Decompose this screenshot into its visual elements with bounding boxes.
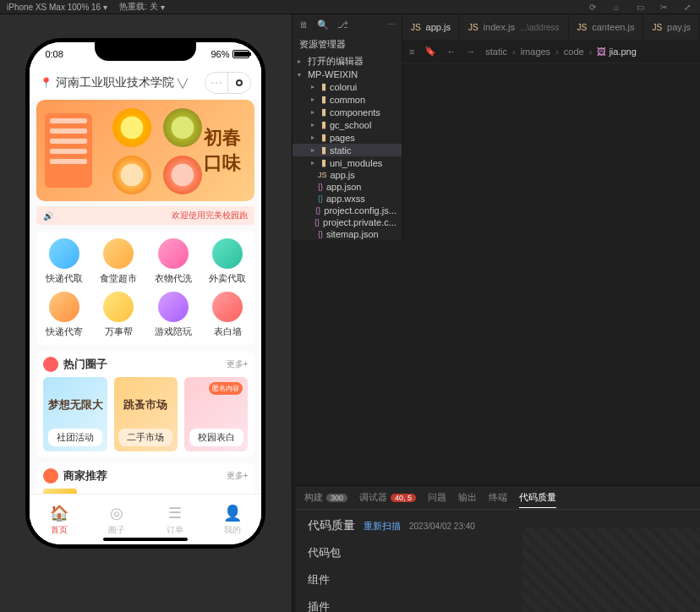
folder-name: gc_school (330, 120, 372, 130)
circle-card[interactable]: 跳蚤市场二手市场 (114, 377, 178, 451)
capsule-menu[interactable]: ⋯ (205, 72, 251, 94)
service-item[interactable]: 衣物代洗 (145, 238, 200, 285)
service-item[interactable]: 快递代取 (36, 238, 91, 285)
service-item[interactable]: 万事帮 (91, 292, 146, 338)
more-link[interactable]: 更多+ (227, 470, 249, 482)
tree-folder[interactable]: ▸▮components (293, 106, 402, 118)
file-name: app.json (326, 182, 362, 192)
tab-problems[interactable]: 问题 (428, 491, 446, 504)
tab-icon: ☰ (168, 504, 182, 522)
breadcrumb-segment[interactable]: static (485, 46, 507, 57)
folder-name: pages (330, 133, 355, 143)
tabbar-item[interactable]: 🏠首页 (30, 495, 88, 544)
chevron-down-icon[interactable]: ╲╱ (178, 79, 188, 88)
app-body[interactable]: 初春 口味 🔊 欢迎使用完美校园跑 快递代取食堂超市衣物代洗外卖代取快递代寄万事… (30, 100, 261, 494)
notice-bar[interactable]: 🔊 欢迎使用完美校园跑 (36, 206, 254, 225)
breadcrumb-segment[interactable]: 🖼 jia.png (597, 46, 636, 57)
card-caption: 二手市场 (118, 429, 172, 446)
tab-terminal[interactable]: 终端 (489, 491, 507, 504)
file-name: project.config.js... (324, 205, 396, 216)
device-selector[interactable]: iPhone XS Max 100% 16 ▾ (7, 3, 107, 12)
tree-file[interactable]: {}project.private.c... (293, 216, 402, 228)
fruit-icon (112, 108, 151, 147)
tab-path: ...\address (520, 23, 560, 32)
tree-folder[interactable]: ▸▮static (293, 144, 402, 156)
more-icon[interactable]: ⋯ (205, 73, 227, 93)
device-icon[interactable]: ▭ (634, 1, 646, 13)
tree-file[interactable]: {}project.config.js... (293, 205, 402, 216)
sound-icon: 🔊 (43, 211, 53, 221)
js-file-icon: JS (318, 171, 327, 179)
home-icon[interactable]: ⌂ (610, 1, 622, 13)
folder-icon: ▮ (321, 132, 326, 143)
editor-tab[interactable]: JSindex.js...\address (460, 14, 569, 40)
editor-tab[interactable]: JSpay.js (643, 14, 700, 40)
rescan-link[interactable]: 重新扫描 (364, 520, 401, 533)
tree-folder[interactable]: ▸▮common (293, 93, 402, 106)
service-label: 游戏陪玩 (155, 325, 192, 338)
tree-file[interactable]: {}app.wxss (293, 193, 402, 205)
tab-build[interactable]: 构建300 (304, 491, 347, 504)
explorer-toolbar: 🗎 🔍 ⎇ ⋯ (293, 14, 402, 35)
services-grid: 快递代取食堂超市衣物代洗外卖代取快递代寄万事帮游戏陪玩表白墙 (36, 232, 254, 345)
tab-debugger[interactable]: 调试器40, 5 (359, 491, 416, 504)
chevron-down-icon: ▾ (161, 3, 165, 12)
file-name: app.wxss (326, 194, 365, 204)
battery-pct: 96% (211, 49, 229, 59)
cut-icon[interactable]: ✂ (658, 1, 670, 13)
page-icon[interactable]: 🗎 (299, 19, 309, 30)
service-item[interactable]: 外卖代取 (200, 238, 255, 285)
tree-folder[interactable]: ▸▮colorui (293, 80, 402, 93)
tree-file[interactable]: {}app.json (293, 181, 402, 193)
service-item[interactable]: 游戏陪玩 (145, 292, 200, 338)
tree-group[interactable]: ▾MP-WEIXIN (293, 68, 402, 80)
expand-icon[interactable]: ⤢ (681, 1, 693, 13)
more-icon[interactable]: ⋯ (387, 19, 396, 30)
folder-icon: ▮ (321, 119, 326, 130)
tab-filename: pay.js (667, 22, 691, 32)
service-icon (158, 292, 189, 322)
editor-content[interactable] (402, 63, 700, 240)
refresh-icon[interactable]: ⟳ (587, 1, 599, 13)
menu-icon[interactable]: ≡ (409, 46, 414, 57)
branch-icon[interactable]: ⎇ (337, 19, 348, 30)
tabbar-item[interactable]: 👤我的 (204, 495, 262, 544)
folder-name: common (330, 95, 365, 105)
editor-tab[interactable]: JScanteen.js (569, 14, 644, 40)
breadcrumb-segment[interactable]: images (521, 46, 550, 57)
service-item[interactable]: 表白墙 (200, 292, 255, 338)
tree-folder[interactable]: ▸▮pages (293, 131, 402, 144)
hot-icon (43, 357, 58, 372)
css-file-icon: {} (318, 194, 323, 203)
app-header: 📍 河南工业职业技术学院 ╲╱ ⋯ (30, 66, 261, 100)
tree-file[interactable]: {}sitemap.json (293, 228, 402, 240)
close-capsule-icon[interactable] (228, 73, 250, 93)
tree-group[interactable]: ▸打开的编辑器 (293, 54, 402, 68)
hot-reload-selector[interactable]: 热重载: 关 ▾ (119, 1, 165, 13)
location-title[interactable]: 河南工业职业技术学院 (56, 75, 174, 90)
bookmark-icon[interactable]: 🔖 (424, 46, 436, 57)
banner[interactable]: 初春 口味 (36, 100, 254, 201)
tab-code-quality[interactable]: 代码质量 (519, 491, 556, 508)
service-item[interactable]: 快递代寄 (36, 292, 91, 338)
nav-back-icon[interactable]: ← (446, 46, 456, 57)
panel-title: 资源管理器 (293, 35, 402, 54)
breadcrumb-segment[interactable]: code (564, 46, 584, 57)
more-link[interactable]: 更多+ (227, 358, 249, 370)
service-item[interactable]: 食堂超市 (91, 238, 146, 285)
nav-forward-icon[interactable]: → (466, 46, 475, 57)
notice-text: 欢迎使用完美校园跑 (172, 210, 248, 221)
circle-card[interactable]: 梦想无限大社团活动 (43, 377, 107, 451)
file-explorer[interactable]: 🗎 🔍 ⎇ ⋯ 资源管理器 ▸打开的编辑器 ▾MP-WEIXIN ▸▮color… (293, 14, 402, 240)
tab-output[interactable]: 输出 (458, 491, 477, 504)
tree-folder[interactable]: ▸▮uni_modules (293, 156, 402, 169)
tree-folder[interactable]: ▸▮gc_school (293, 118, 402, 131)
tab-icon: ◎ (110, 504, 123, 522)
circle-card[interactable]: 匿名内容校园表白 (184, 377, 248, 451)
editor-tab[interactable]: JSapp.js (402, 14, 460, 40)
search-icon[interactable]: 🔍 (317, 19, 329, 30)
banner-text-2: 口味 (204, 150, 241, 176)
file-name: app.js (330, 170, 354, 180)
tab-icon: 👤 (223, 504, 242, 522)
tree-file[interactable]: JSapp.js (293, 169, 402, 181)
